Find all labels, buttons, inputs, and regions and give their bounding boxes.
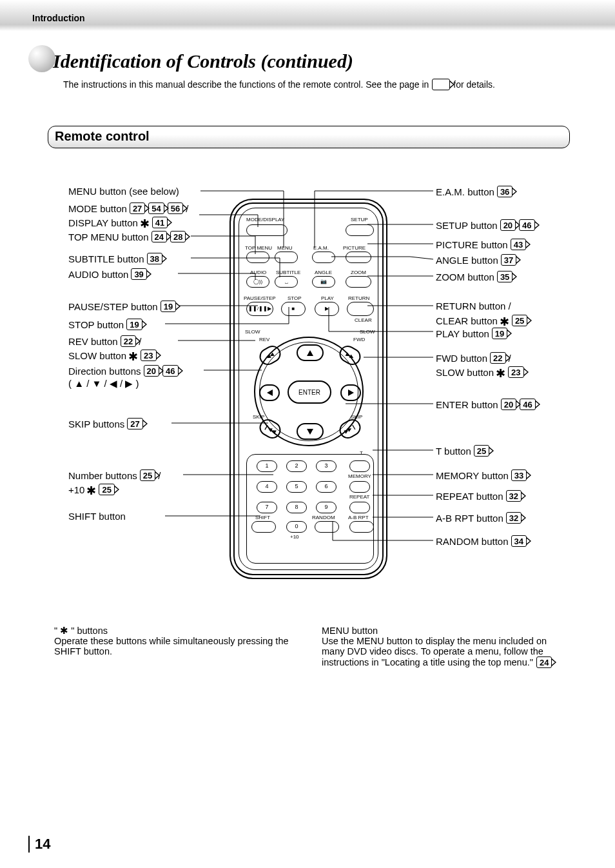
- co-play: PLAY button: [436, 328, 489, 339]
- ref: 46: [162, 365, 178, 377]
- dpad-ring: ◀◀ ▶▶ SKIP ❙◀◀ SKIP ▶▶❙ ENTER: [254, 337, 364, 446]
- intro-text-before: The instructions in this manual describe…: [63, 79, 429, 90]
- foot-right-title: MENU button: [322, 626, 570, 636]
- lbl-return: RETURN: [348, 295, 369, 301]
- co-memory: MEMORY button: [436, 470, 509, 481]
- btn-num-6[interactable]: 6: [316, 481, 337, 493]
- ref: 54: [148, 202, 164, 214]
- ref: 25: [512, 315, 527, 326]
- btn-num-1[interactable]: 1: [257, 460, 277, 472]
- co-display: DISPLAY button: [68, 217, 138, 228]
- btn-enter[interactable]: ENTER: [288, 380, 331, 404]
- co-clear: CLEAR button: [436, 315, 498, 326]
- ref: 25: [140, 469, 155, 481]
- btn-subtitle[interactable]: ⎵: [275, 276, 298, 288]
- dpad-up[interactable]: [297, 344, 324, 361]
- btn-num-0[interactable]: 0: [286, 521, 307, 533]
- btn-abrpt[interactable]: [349, 521, 374, 533]
- dpad-left[interactable]: [259, 384, 280, 401]
- co-random: RANDOM button: [436, 536, 509, 547]
- ref: 19: [126, 319, 142, 330]
- btn-num-4[interactable]: 4: [257, 481, 277, 493]
- co-mode: MODE button: [68, 203, 127, 214]
- ref: 20: [501, 399, 516, 410]
- co-number: Number buttons: [68, 470, 137, 481]
- ref: 28: [170, 231, 186, 242]
- btn-num-7[interactable]: 7: [257, 502, 277, 513]
- ref: 23: [141, 350, 156, 361]
- lbl-picture: PICTURE: [343, 245, 366, 251]
- intro-text-after: for details.: [453, 79, 495, 90]
- btn-pause-step[interactable]: ❚❚/❚❚▶: [246, 302, 273, 316]
- ref: 20: [144, 365, 159, 377]
- lbl-eam: E.A.M.: [313, 245, 329, 251]
- btn-shift[interactable]: [251, 521, 276, 533]
- btn-repeat[interactable]: [349, 502, 370, 513]
- intro-line: The instructions in this manual describe…: [63, 79, 495, 90]
- btn-memory[interactable]: [349, 481, 370, 493]
- btn-num-8[interactable]: 8: [286, 502, 307, 513]
- lbl-audio: AUDIO: [250, 270, 266, 275]
- co-direction: Direction buttons: [68, 366, 141, 377]
- ref: 19: [161, 301, 176, 312]
- btn-audio[interactable]: ◯)): [246, 276, 269, 288]
- lbl-setup: SETUP: [351, 217, 368, 222]
- btn-random[interactable]: [315, 521, 339, 533]
- ref: 22: [490, 352, 505, 364]
- dpad-right[interactable]: [340, 384, 361, 401]
- co-slow-r: SLOW button: [436, 367, 494, 378]
- co-pause: PAUSE/STEP button: [68, 301, 158, 312]
- sphere-icon: [28, 45, 55, 72]
- svg-line-23: [410, 257, 433, 259]
- lbl-skip-l: SKIP: [253, 414, 264, 420]
- ref: 34: [511, 535, 527, 547]
- btn-mode-display[interactable]: [246, 224, 288, 236]
- co-plus10: +10: [68, 484, 84, 495]
- dpad-down[interactable]: [297, 423, 324, 440]
- remote-body: MODE/DISPLAY SETUP TOP MENU MENU E.A.M. …: [229, 199, 387, 579]
- btn-eam[interactable]: [312, 252, 335, 263]
- lbl-top-menu: TOP MENU: [245, 245, 272, 251]
- ref: 32: [506, 490, 522, 502]
- btn-num-9[interactable]: 9: [316, 502, 337, 513]
- lbl-subtitle: SUBTITLE: [276, 270, 300, 275]
- btn-return[interactable]: [347, 302, 374, 316]
- co-setup: SETUP button: [436, 220, 498, 231]
- lbl-menu: MENU: [277, 245, 293, 251]
- btn-menu[interactable]: [275, 252, 298, 263]
- btn-picture[interactable]: [346, 252, 371, 263]
- co-shift: SHIFT button: [68, 511, 126, 522]
- co-audio: AUDIO button: [68, 269, 128, 280]
- lbl-abrpt: A-B RPT: [348, 515, 369, 520]
- ref: 56: [168, 202, 183, 214]
- btn-zoom[interactable]: [346, 276, 371, 288]
- lbl-rev: REV: [259, 337, 269, 342]
- co-picture: PICTURE button: [436, 239, 508, 250]
- btn-play[interactable]: ▶: [315, 302, 339, 316]
- btn-num-3[interactable]: 3: [316, 460, 337, 472]
- ref: 33: [511, 469, 527, 481]
- section-name: Introduction: [32, 13, 85, 23]
- btn-angle[interactable]: 📷: [312, 276, 335, 288]
- ref: 39: [131, 268, 146, 280]
- foot-right-body: Use the MENU button to display the menu …: [322, 636, 547, 667]
- co-eam: E.A.M. button: [436, 186, 494, 197]
- lbl-shift: SHIFT: [255, 515, 270, 520]
- co-topmenu: TOP MENU button: [68, 232, 149, 242]
- remote-diagram: MODE/DISPLAY SETUP TOP MENU MENU E.A.M. …: [36, 179, 578, 579]
- btn-stop[interactable]: ■: [281, 302, 306, 316]
- lbl-fwd: FWD: [353, 337, 365, 342]
- ref: 43: [511, 239, 526, 250]
- pageref-blank: [432, 79, 450, 90]
- page-title-block: Identification of Controls (continued): [28, 45, 353, 72]
- btn-t[interactable]: [349, 460, 370, 472]
- lbl-angle: ANGLE: [315, 270, 332, 275]
- co-angle: ANGLE button: [436, 255, 498, 266]
- co-rev: REV button: [68, 336, 118, 347]
- btn-num-2[interactable]: 2: [286, 460, 307, 472]
- btn-num-5[interactable]: 5: [286, 481, 307, 493]
- btn-top-menu[interactable]: [246, 252, 269, 263]
- btn-setup[interactable]: [346, 224, 374, 236]
- ref: 36: [497, 186, 512, 197]
- subsection-title: Remote control: [48, 126, 570, 148]
